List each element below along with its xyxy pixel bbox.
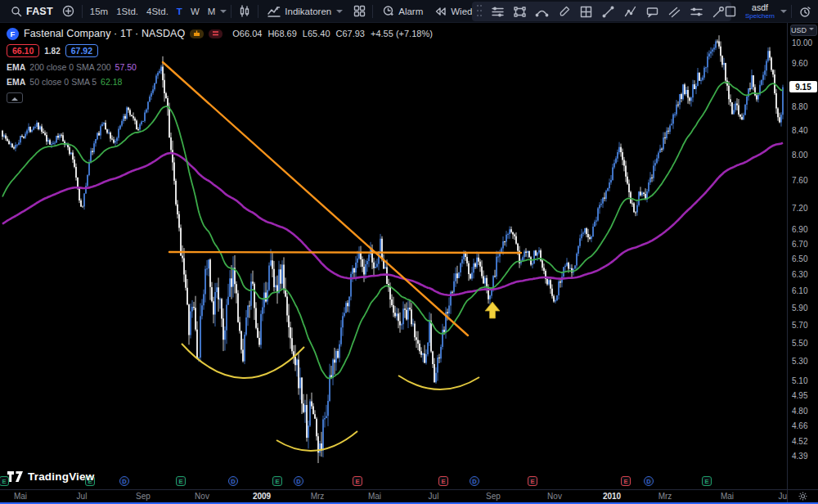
alarm-clock-icon: [382, 5, 394, 17]
save-layout-button[interactable]: asdf Speichern: [740, 3, 780, 20]
divider: [372, 5, 373, 18]
interval-M[interactable]: M: [204, 7, 220, 16]
selection-box-icon[interactable]: [721, 2, 740, 21]
compare-add-icon[interactable]: [59, 2, 79, 21]
indicator-row-0[interactable]: EMA200 close 0 SMA 20057.50: [7, 62, 433, 72]
dividend-marker[interactable]: D: [228, 476, 238, 486]
legend-collapse-button[interactable]: [7, 92, 23, 103]
interval-1Std.[interactable]: 1Std.: [112, 7, 142, 16]
save-chevron-icon[interactable]: [780, 7, 788, 16]
interval-W[interactable]: W: [187, 7, 204, 16]
symbol-title[interactable]: Fastenal Company · 1T · NASDAQ: [24, 28, 185, 39]
interval-group: 15m1Std.4Std.TWM: [86, 7, 220, 16]
time-label-Jul: Jul: [429, 492, 439, 501]
price-tick-8.40: 8.40: [792, 125, 807, 134]
price-tick-5.50: 5.50: [792, 338, 807, 347]
tradingview-watermark[interactable]: TradingView: [7, 470, 94, 483]
top-toolbar: FAST 15m1Std.4Std.TWM Indikatoren: [0, 0, 818, 23]
change-value: +4.55 (+7.18%): [371, 29, 433, 38]
snapshot-icon[interactable]: [795, 2, 815, 21]
polyline-tool[interactable]: [620, 2, 640, 20]
indicators-button[interactable]: Indikatoren: [262, 2, 349, 21]
earnings-marker[interactable]: E: [438, 476, 448, 486]
interval-4Std.[interactable]: 4Std.: [142, 7, 173, 16]
ohlc-values: O66.04H68.69L65.40C67.93+4.55 (+7.18%): [232, 29, 433, 38]
gear-icon: [798, 492, 807, 501]
alarm-label: Alarm: [398, 7, 423, 16]
indicator-legend: EMA200 close 0 SMA 20057.50EMA50 close 0…: [7, 62, 433, 87]
arc-drawing-2[interactable]: [398, 376, 479, 389]
trendline-tool[interactable]: [598, 2, 618, 20]
earnings-marker[interactable]: E: [702, 476, 712, 486]
rectangle-tool[interactable]: [510, 2, 529, 20]
search-icon: [11, 6, 22, 17]
indicators-label: Indikatoren: [285, 7, 331, 16]
trendline-drawing-1[interactable]: [169, 252, 521, 253]
time-label-Sep: Sep: [486, 492, 501, 501]
price-tick-6.50: 6.50: [792, 254, 807, 263]
time-label-Sep: Sep: [136, 492, 151, 501]
earnings-marker[interactable]: E: [621, 476, 631, 486]
rewind-icon: [434, 7, 447, 16]
earnings-marker[interactable]: E: [176, 476, 186, 486]
chart-pattern-tool[interactable]: [576, 2, 596, 20]
time-label-Mrz: Mrz: [311, 492, 325, 501]
interval-chevron-icon[interactable]: [219, 7, 227, 16]
price-tick-9.60: 9.60: [792, 59, 807, 68]
ema-200-line[interactable]: [2, 143, 783, 295]
price-tick-5.70: 5.70: [792, 320, 807, 329]
chart-pane[interactable]: F Fastenal Company · 1T · NASDAQ O66.04H…: [0, 23, 787, 489]
dividend-marker[interactable]: D: [119, 476, 129, 486]
time-axis[interactable]: MaiJulSepNov2009MrzMaiJulSepNov2010MrzMa…: [0, 489, 787, 502]
parallel-channel-tool[interactable]: [664, 2, 684, 20]
chart-type-candles-icon[interactable]: [235, 2, 254, 21]
layout-grid-icon[interactable]: [349, 2, 369, 21]
ohlc-l: L65.40: [303, 29, 330, 38]
layout-name: asdf: [752, 3, 768, 12]
callout-tool[interactable]: [642, 2, 662, 20]
time-label-Mai: Mai: [368, 492, 381, 501]
news-badge-icon[interactable]: [209, 29, 222, 38]
symbol-search-button[interactable]: FAST: [5, 2, 59, 21]
price-axis[interactable]: USD 10.009.608.808.408.007.607.206.906.7…: [787, 23, 818, 489]
price-tick-7.60: 7.60: [792, 176, 807, 185]
trendline-drawing-0[interactable]: [163, 62, 468, 335]
toolbar-drag-handle[interactable]: [477, 5, 483, 18]
tradingview-window: { "topbar": { "symbol": "FAST", "interva…: [0, 0, 818, 504]
alarm-button[interactable]: Alarm: [376, 2, 429, 21]
time-label-Jul: Jul: [77, 492, 88, 501]
indicators-chevron-icon: [335, 7, 344, 16]
horizontal-lines-tool[interactable]: [488, 2, 507, 20]
axis-settings-corner[interactable]: [787, 489, 818, 502]
earnings-marker[interactable]: E: [272, 476, 282, 486]
arrow-up-drawing[interactable]: [485, 302, 500, 318]
time-label-2010: 2010: [603, 492, 621, 501]
ohlc-c: C67.93: [336, 29, 365, 38]
symbol-label: FAST: [26, 6, 53, 17]
divider: [258, 5, 258, 18]
tradingview-logo-text: TradingView: [28, 470, 94, 483]
earnings-marker[interactable]: E: [528, 476, 537, 486]
divider: [791, 5, 792, 18]
earnings-marker[interactable]: E: [353, 476, 362, 486]
price-tick-6.10: 6.10: [792, 286, 807, 295]
dividend-marker[interactable]: D: [644, 476, 654, 486]
bid-button[interactable]: 66.10: [7, 44, 39, 57]
ask-button[interactable]: 67.92: [65, 44, 98, 57]
earnings-badge-icon[interactable]: [190, 29, 204, 38]
indicator-row-1[interactable]: EMA50 close 0 SMA 562.18: [7, 77, 433, 87]
brush-tool[interactable]: [554, 2, 573, 20]
price-tick-4.80: 4.80: [792, 407, 807, 416]
interval-T[interactable]: T: [173, 7, 187, 16]
interval-15m[interactable]: 15m: [86, 7, 112, 16]
price-tick-5.10: 5.10: [792, 376, 807, 385]
dividend-marker[interactable]: D: [294, 476, 303, 486]
dividend-marker[interactable]: D: [470, 476, 479, 486]
time-label-Nov: Nov: [195, 492, 209, 501]
indicators-icon: [267, 6, 281, 17]
currency-chevron-icon: [808, 26, 816, 34]
currency-selector[interactable]: USD: [790, 25, 817, 36]
horizontal-ray-tool[interactable]: [686, 2, 706, 20]
fastenal-logo: F: [7, 28, 19, 40]
curve-tool[interactable]: [532, 2, 551, 20]
